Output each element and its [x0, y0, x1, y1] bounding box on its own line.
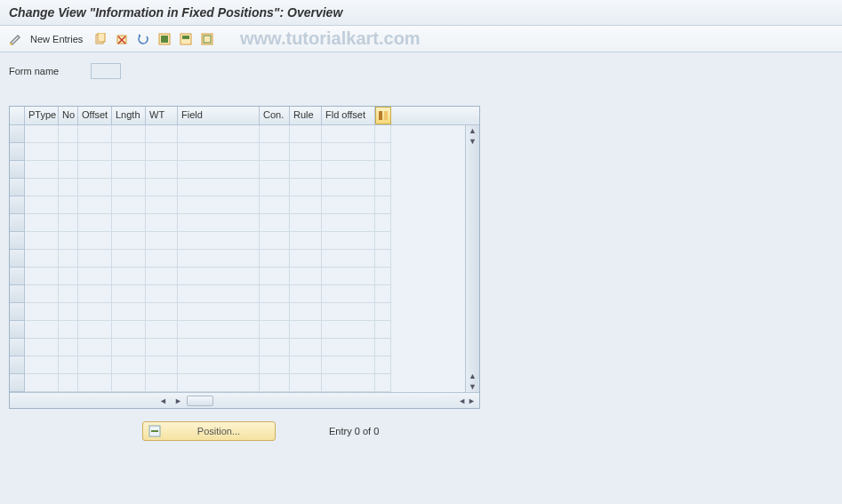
- position-button[interactable]: Position...: [142, 421, 276, 441]
- scroll-right-end-icon[interactable]: ►: [468, 396, 476, 405]
- cell[interactable]: [59, 214, 78, 232]
- cell[interactable]: [25, 214, 59, 232]
- cell[interactable]: [59, 268, 78, 285]
- horizontal-scrollbar[interactable]: ◄ ►: [156, 396, 458, 406]
- row-selector[interactable]: [10, 268, 25, 285]
- cell[interactable]: [178, 321, 260, 339]
- cell[interactable]: [112, 161, 146, 179]
- scroll-left-end-icon[interactable]: ◄: [458, 396, 466, 405]
- cell[interactable]: [112, 374, 146, 392]
- cell[interactable]: [322, 232, 375, 250]
- cell[interactable]: [322, 321, 375, 339]
- row-selector[interactable]: [10, 161, 25, 179]
- cell[interactable]: [260, 374, 290, 392]
- scroll-down-icon[interactable]: ▼: [469, 381, 477, 392]
- cell[interactable]: [146, 339, 178, 356]
- cell[interactable]: [290, 321, 322, 339]
- cell[interactable]: [178, 303, 260, 321]
- cell[interactable]: [178, 214, 260, 232]
- cell[interactable]: [146, 143, 178, 161]
- cell[interactable]: [112, 232, 146, 250]
- cell[interactable]: [59, 356, 78, 374]
- cell[interactable]: [78, 339, 112, 356]
- cell[interactable]: [146, 232, 178, 250]
- cell[interactable]: [290, 125, 322, 143]
- cell[interactable]: [375, 356, 391, 374]
- cell[interactable]: [260, 161, 290, 179]
- cell[interactable]: [78, 356, 112, 374]
- col-lngth[interactable]: Lngth: [112, 107, 146, 124]
- cell[interactable]: [260, 321, 290, 339]
- copy-icon[interactable]: [92, 30, 109, 48]
- cell[interactable]: [25, 356, 59, 374]
- cell[interactable]: [178, 125, 260, 143]
- scroll-up-icon[interactable]: ▲: [469, 125, 477, 136]
- cell[interactable]: [290, 143, 322, 161]
- cell[interactable]: [375, 214, 391, 232]
- cell[interactable]: [290, 339, 322, 356]
- cell[interactable]: [260, 268, 290, 285]
- cell[interactable]: [78, 214, 112, 232]
- cell[interactable]: [25, 161, 59, 179]
- cell[interactable]: [290, 179, 322, 196]
- delete-icon[interactable]: [113, 30, 131, 48]
- cell[interactable]: [375, 321, 391, 339]
- cell[interactable]: [112, 250, 146, 268]
- row-selector[interactable]: [10, 196, 25, 214]
- cell[interactable]: [78, 232, 112, 250]
- cell[interactable]: [25, 179, 59, 196]
- cell[interactable]: [146, 321, 178, 339]
- cell[interactable]: [375, 374, 391, 392]
- cell[interactable]: [146, 214, 178, 232]
- cell[interactable]: [290, 303, 322, 321]
- cell[interactable]: [178, 285, 260, 303]
- configure-columns-icon[interactable]: [375, 107, 391, 124]
- cell[interactable]: [112, 285, 146, 303]
- cell[interactable]: [260, 196, 290, 214]
- cell[interactable]: [78, 303, 112, 321]
- cell[interactable]: [322, 339, 375, 356]
- cell[interactable]: [260, 143, 290, 161]
- cell[interactable]: [375, 268, 391, 285]
- cell[interactable]: [78, 179, 112, 196]
- scroll-left-icon[interactable]: ◄: [156, 396, 170, 405]
- cell[interactable]: [322, 196, 375, 214]
- deselect-all-icon[interactable]: [198, 30, 216, 48]
- cell[interactable]: [112, 179, 146, 196]
- cell[interactable]: [112, 303, 146, 321]
- cell[interactable]: [25, 268, 59, 285]
- row-selector[interactable]: [10, 321, 25, 339]
- cell[interactable]: [25, 250, 59, 268]
- col-con[interactable]: Con.: [260, 107, 290, 124]
- form-name-input[interactable]: [91, 63, 121, 79]
- cell[interactable]: [25, 339, 59, 356]
- cell[interactable]: [25, 321, 59, 339]
- select-all-icon[interactable]: [156, 30, 173, 48]
- cell[interactable]: [112, 143, 146, 161]
- col-fldoffset[interactable]: Fld offset: [322, 107, 375, 124]
- cell[interactable]: [260, 232, 290, 250]
- row-selector[interactable]: [10, 250, 25, 268]
- cell[interactable]: [290, 356, 322, 374]
- cell[interactable]: [78, 374, 112, 392]
- cell[interactable]: [59, 196, 78, 214]
- col-wt[interactable]: WT: [146, 107, 178, 124]
- cell[interactable]: [375, 179, 391, 196]
- cell[interactable]: [112, 339, 146, 356]
- cell[interactable]: [375, 303, 391, 321]
- cell[interactable]: [112, 268, 146, 285]
- select-block-icon[interactable]: [177, 30, 195, 48]
- cell[interactable]: [322, 161, 375, 179]
- cell[interactable]: [178, 374, 260, 392]
- cell[interactable]: [322, 303, 375, 321]
- cell[interactable]: [322, 214, 375, 232]
- cell[interactable]: [290, 196, 322, 214]
- cell[interactable]: [260, 285, 290, 303]
- cell[interactable]: [59, 179, 78, 196]
- col-field[interactable]: Field: [178, 107, 260, 124]
- cell[interactable]: [25, 374, 59, 392]
- cell[interactable]: [59, 250, 78, 268]
- cell[interactable]: [178, 143, 260, 161]
- cell[interactable]: [25, 125, 59, 143]
- cell[interactable]: [78, 285, 112, 303]
